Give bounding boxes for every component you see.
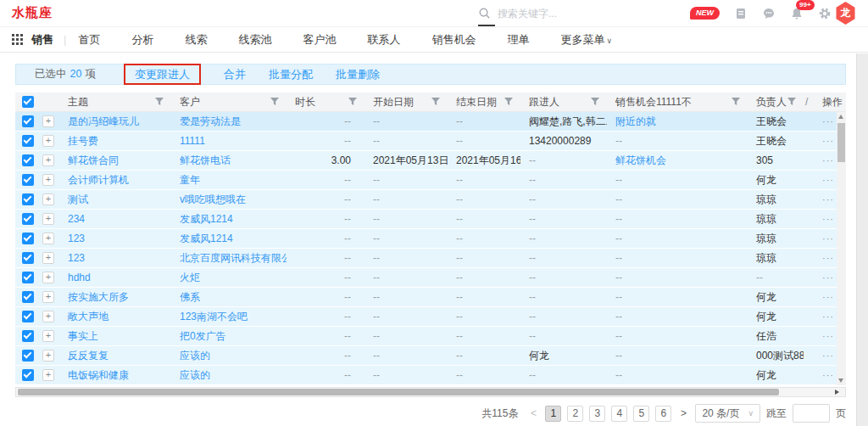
filter-icon[interactable]: [787, 98, 796, 106]
row-expander-button[interactable]: +: [42, 174, 54, 186]
scroll-down-arrow-icon[interactable]: [838, 378, 843, 383]
nav-app-label[interactable]: 销售: [31, 32, 53, 48]
customer-link[interactable]: 火炬: [180, 272, 200, 283]
row-expander-button[interactable]: +: [42, 350, 54, 362]
table-row[interactable]: + 挂号费 11111 -- -- -- 13420000289 -- 王晓会 …: [15, 132, 846, 151]
page-button-3[interactable]: 3: [589, 406, 605, 422]
subject-link[interactable]: 电饭锅和健康: [68, 369, 129, 381]
row-checkbox[interactable]: [22, 193, 34, 205]
page-button-2[interactable]: 2: [567, 406, 583, 422]
row-actions-button[interactable]: ···: [822, 136, 834, 146]
column-header-end-date[interactable]: 结束日期: [448, 92, 520, 111]
row-checkbox[interactable]: [22, 330, 34, 342]
next-page-button[interactable]: >: [677, 407, 689, 419]
subject-link[interactable]: 挂号费: [68, 135, 98, 147]
subject-link[interactable]: 测试: [68, 193, 88, 205]
subject-link[interactable]: 反反复复: [68, 350, 108, 362]
row-actions-button[interactable]: ···: [822, 272, 834, 283]
nav-item-customer-pool[interactable]: 客户池: [303, 32, 336, 48]
row-actions-button[interactable]: ···: [822, 370, 834, 380]
customer-link[interactable]: v哦吃哦想哦在: [180, 193, 246, 205]
customer-link[interactable]: 应该的: [180, 350, 210, 362]
row-expander-button[interactable]: +: [42, 369, 54, 381]
table-row[interactable]: + 按实施大所多 佛系 -- -- -- -- -- 何龙 ···: [15, 288, 846, 307]
page-button-1[interactable]: 1: [545, 406, 561, 422]
customer-link[interactable]: 应该的: [180, 369, 210, 381]
filter-icon[interactable]: [591, 98, 599, 106]
vertical-scrollbar-thumb[interactable]: [837, 123, 845, 162]
row-checkbox[interactable]: [22, 311, 34, 322]
subject-link[interactable]: 234: [68, 213, 85, 225]
row-expander-button[interactable]: +: [42, 213, 54, 225]
scroll-up-arrow-icon[interactable]: [838, 115, 843, 119]
row-actions-button[interactable]: ···: [822, 194, 834, 205]
filter-icon[interactable]: [348, 98, 357, 106]
row-actions-button[interactable]: ···: [822, 233, 834, 244]
table-row[interactable]: + 会计师计算机 童年 -- -- -- -- -- 何龙 ···: [15, 171, 846, 190]
row-checkbox[interactable]: [22, 115, 34, 127]
row-actions-button[interactable]: ···: [822, 292, 834, 302]
bell-icon[interactable]: 99+: [790, 7, 804, 20]
customer-link[interactable]: 发威风1214: [180, 213, 233, 225]
nav-item-opportunities[interactable]: 销售机会: [431, 32, 476, 48]
apps-grid-icon[interactable]: [12, 34, 23, 45]
row-checkbox[interactable]: [22, 369, 34, 381]
subject-link[interactable]: hdhd: [68, 272, 91, 283]
customer-link[interactable]: 北京百度网讯科技有限公司: [180, 252, 287, 264]
prev-page-button[interactable]: <: [527, 407, 539, 419]
subject-link[interactable]: 123: [68, 233, 85, 244]
row-expander-button[interactable]: +: [42, 272, 54, 283]
customer-link[interactable]: 佛系: [180, 291, 200, 303]
row-checkbox[interactable]: [22, 213, 34, 225]
row-checkbox[interactable]: [22, 252, 34, 264]
table-row[interactable]: + 是的冯绍峰玩儿 爱是劳动法是 -- -- -- 阀耀楚,路飞,韩二二 附近的…: [15, 112, 846, 132]
column-header-opportunity[interactable]: 销售机会11111不: [607, 92, 748, 111]
subject-link[interactable]: 会计师计算机: [68, 174, 129, 186]
row-checkbox[interactable]: [22, 154, 34, 166]
filter-icon[interactable]: [504, 98, 513, 106]
filter-icon[interactable]: [431, 98, 440, 106]
batch-assign-button[interactable]: 批量分配: [269, 67, 313, 82]
table-row[interactable]: + 234 发威风1214 -- -- -- -- -- 琼琼 ···: [15, 210, 846, 229]
table-row[interactable]: + 鲜花饼合同 鲜花饼电话 3.00 2021年05月13日 2021年05月1…: [15, 151, 846, 171]
row-expander-button[interactable]: +: [42, 115, 54, 127]
subject-link[interactable]: 123: [68, 252, 85, 264]
filter-icon[interactable]: [270, 98, 279, 106]
table-row[interactable]: + 测试 v哦吃哦想哦在 -- -- -- -- -- 琼琼 ···: [15, 190, 846, 210]
customer-link[interactable]: 把0发广告: [180, 330, 226, 342]
column-header-owner[interactable]: 负责人: [748, 92, 804, 111]
filter-icon[interactable]: [155, 98, 164, 106]
subject-link[interactable]: 事实上: [68, 330, 98, 342]
jump-to-page-input[interactable]: [793, 404, 830, 423]
scroll-right-arrow-icon[interactable]: [835, 390, 839, 395]
chat-icon[interactable]: [762, 7, 776, 20]
row-actions-button[interactable]: ···: [822, 331, 834, 341]
row-actions-button[interactable]: ···: [822, 311, 834, 322]
row-actions-button[interactable]: ···: [822, 350, 834, 361]
column-header-subject[interactable]: 主题: [59, 92, 171, 111]
customer-link[interactable]: 123南湖不会吧: [180, 311, 248, 322]
subject-link[interactable]: 敞大声地: [68, 311, 108, 322]
merge-button[interactable]: 合并: [224, 67, 246, 82]
customer-link[interactable]: 发威风1214: [180, 233, 233, 244]
row-checkbox[interactable]: [22, 174, 34, 186]
table-row[interactable]: + hdhd 火炬 -- -- -- -- -- -- ···: [15, 268, 846, 288]
browser-scrollbar-track[interactable]: [856, 53, 868, 426]
row-actions-button[interactable]: ···: [822, 175, 834, 185]
search-input[interactable]: [498, 8, 625, 20]
page-button-4[interactable]: 4: [611, 406, 627, 422]
row-actions-button[interactable]: ···: [822, 214, 834, 224]
row-expander-button[interactable]: +: [42, 291, 54, 303]
page-size-select[interactable]: 20 条/页∨: [695, 404, 760, 423]
nav-item-orders[interactable]: 理单: [507, 32, 529, 48]
row-expander-button[interactable]: +: [42, 193, 54, 205]
row-checkbox[interactable]: [22, 291, 34, 303]
row-expander-button[interactable]: +: [42, 330, 54, 342]
customer-link[interactable]: 童年: [180, 174, 200, 186]
page-button-5[interactable]: 5: [633, 406, 649, 422]
row-actions-button[interactable]: ···: [822, 155, 834, 165]
table-row[interactable]: + 反反复复 应该的 -- -- -- 何龙 -- 000测试88 ···: [15, 346, 846, 366]
subject-link[interactable]: 按实施大所多: [68, 291, 129, 303]
batch-delete-button[interactable]: 批量删除: [336, 67, 380, 82]
table-row[interactable]: + 敞大声地 123南湖不会吧 -- -- -- -- -- 何龙 ···: [15, 307, 846, 327]
